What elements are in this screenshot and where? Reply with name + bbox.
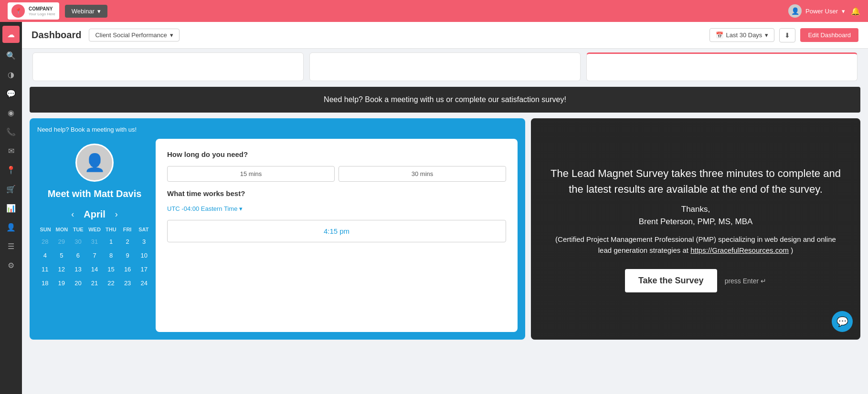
calendar-day[interactable]: 1 (103, 235, 119, 248)
edit-dashboard-button[interactable]: Edit Dashboard (800, 28, 858, 42)
webinar-chevron: ▾ (97, 8, 101, 15)
30min-button[interactable]: 30 mins (339, 166, 506, 182)
month-navigation: ‹ April › (71, 209, 118, 220)
survey-cert-desc: (Certified Project Management Profession… (550, 234, 841, 256)
press-enter-hint: press Enter ↵ (725, 277, 766, 285)
calendar-day[interactable]: 15 (103, 263, 119, 276)
header-actions: 📅 Last 30 Days ▾ ⬇ Edit Dashboard (709, 28, 859, 42)
top-navigation: 📍 COMPANY Your Logo Here Webinar ▾ 👤 Pow… (0, 0, 868, 22)
logo-icon: 📍 (11, 4, 25, 18)
take-survey-button[interactable]: Take the Survey (625, 269, 717, 292)
metric-card-3 (586, 52, 857, 81)
calendar-day[interactable]: 14 (87, 263, 103, 276)
calendar-day[interactable]: 22 (103, 277, 119, 290)
page-title: Dashboard (32, 30, 81, 41)
time-slot-option[interactable]: 4:15 pm (167, 220, 506, 242)
calendar-day[interactable]: 7 (87, 249, 103, 262)
sidebar-item-cart[interactable]: 🛒 (2, 180, 20, 197)
user-chevron: ▾ (842, 8, 845, 15)
timezone-chevron-icon: ▾ (239, 205, 243, 212)
avatar: 👤 (788, 4, 802, 18)
sidebar-item-location[interactable]: 📍 (2, 161, 20, 178)
download-button[interactable]: ⬇ (779, 28, 795, 42)
webinar-label: Webinar (72, 8, 95, 15)
date-filter-chevron-icon: ▾ (765, 31, 768, 39)
timezone-selector[interactable]: UTC -04:00 Eastern Time ▾ (167, 205, 506, 212)
webinar-button[interactable]: Webinar ▾ (65, 5, 107, 18)
calendar-day[interactable]: 2 (120, 235, 136, 248)
nav-right: 👤 Power User ▾ 🔔 (788, 4, 860, 18)
calendar-day[interactable]: 16 (120, 263, 136, 276)
notification-bell-icon[interactable]: 🔔 (851, 7, 860, 16)
calendar-body: 28 29 30 31 1 2 3 4 5 6 7 (37, 235, 152, 290)
prev-month-button[interactable]: ‹ (71, 209, 74, 219)
time-question: What time works best? (167, 189, 506, 197)
panels-row: Need help? Book a meeting with us! 👤 Mee… (22, 118, 868, 347)
survey-author: Brent Peterson, PMP, MS, MBA (639, 217, 753, 227)
logo-text-block: COMPANY Your Logo Here (29, 6, 55, 16)
user-menu[interactable]: 👤 Power User ▾ (788, 4, 845, 18)
calendar-day[interactable]: 12 (54, 263, 70, 276)
company-logo[interactable]: 📍 COMPANY Your Logo Here (8, 2, 59, 20)
calendar-day[interactable]: 20 (70, 277, 86, 290)
metric-card-1 (32, 52, 304, 81)
calendar-day[interactable]: 3 (136, 235, 152, 248)
calendar-day[interactable]: 8 (103, 249, 119, 262)
company-name: COMPANY (29, 6, 55, 12)
calendar-day[interactable]: 6 (70, 249, 86, 262)
survey-panel: The Lead Magnet Survey takes three minut… (531, 118, 860, 340)
calendar-day[interactable]: 29 (54, 235, 70, 248)
calendar-help-text: Need help? Book a meeting with us! (37, 126, 518, 133)
calendar-day[interactable]: 17 (136, 263, 152, 276)
next-month-button[interactable]: › (115, 209, 118, 219)
booking-form: How long do you need? 15 mins 30 mins Wh… (156, 139, 518, 332)
calendar-day[interactable]: 24 (136, 277, 152, 290)
sidebar-item-email[interactable]: ✉ (2, 142, 20, 159)
15min-button[interactable]: 15 mins (167, 166, 335, 182)
take-survey-row: Take the Survey press Enter ↵ (625, 269, 766, 292)
calendar-day[interactable]: 19 (54, 277, 70, 290)
survey-thanks: Thanks, (681, 205, 710, 214)
sidebar-item-analytics[interactable]: ◑ (2, 66, 20, 83)
survey-background: The Lead Magnet Survey takes three minut… (531, 118, 860, 340)
calendar-day[interactable]: 28 (37, 235, 53, 248)
sidebar-item-reports[interactable]: 📊 (2, 199, 20, 217)
sidebar-item-chat[interactable]: 💬 (2, 85, 20, 102)
chat-widget-button[interactable]: 💬 (832, 311, 853, 332)
download-icon: ⬇ (784, 31, 790, 39)
calendar-icon: 📅 (716, 31, 723, 39)
dashboard-selector-chevron-icon: ▾ (170, 31, 173, 39)
nav-left: 📍 COMPANY Your Logo Here Webinar ▾ (8, 2, 107, 20)
calendar-day[interactable]: 21 (87, 277, 103, 290)
meet-with-label: Meet with Matt Davis (48, 188, 142, 199)
calendar-panel: Need help? Book a meeting with us! 👤 Mee… (30, 118, 525, 340)
calendar-day[interactable]: 11 (37, 263, 53, 276)
date-filter-button[interactable]: 📅 Last 30 Days ▾ (709, 28, 775, 42)
calendar-day[interactable]: 9 (120, 249, 136, 262)
calendar-day[interactable]: 18 (37, 277, 53, 290)
calendar-day[interactable]: 13 (70, 263, 86, 276)
timezone-label: UTC -04:00 Eastern Time (167, 205, 237, 212)
sidebar-item-list[interactable]: ☰ (2, 238, 20, 255)
sidebar-item-settings[interactable]: ⚙ (2, 257, 20, 274)
calendar-day[interactable]: 30 (70, 235, 86, 248)
calendar-left: 👤 Meet with Matt Davis ‹ April › SUN MON… (37, 139, 152, 332)
sidebar-item-phone[interactable]: 📞 (2, 123, 20, 140)
dashboard-header: Dashboard Client Social Performance ▾ 📅 … (22, 22, 868, 49)
calendar-day[interactable]: 4 (37, 249, 53, 262)
sidebar-item-search[interactable]: 🔍 (2, 47, 20, 64)
dashboard-selector[interactable]: Client Social Performance ▾ (89, 29, 179, 41)
company-sub: Your Logo Here (29, 12, 55, 16)
host-avatar: 👤 (75, 144, 114, 182)
sidebar-item-user[interactable]: 👤 (2, 218, 20, 236)
sidebar-item-target[interactable]: ◉ (2, 104, 20, 121)
calendar-day[interactable]: 5 (54, 249, 70, 262)
calendar-day[interactable]: 23 (120, 277, 136, 290)
sidebar-item-home[interactable]: ☁ (2, 26, 20, 43)
calendar-day[interactable]: 31 (87, 235, 103, 248)
month-name: April (84, 209, 106, 220)
calendar-day[interactable]: 10 (136, 249, 152, 262)
calendar-day-headers: SUN MON TUE WED THU FRI SAT (37, 227, 152, 232)
date-filter-label: Last 30 Days (726, 31, 762, 39)
survey-link[interactable]: https://GracefulResources.com (690, 246, 789, 254)
